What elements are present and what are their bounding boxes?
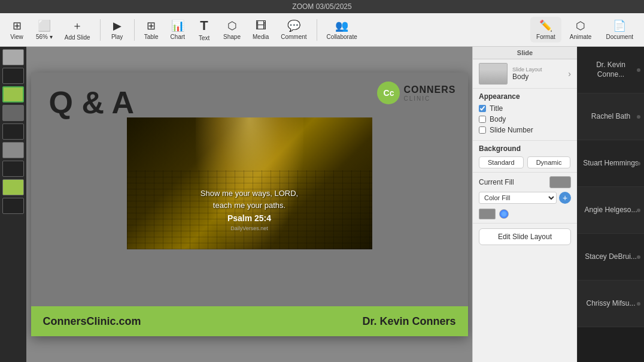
toolbar-table[interactable]: ⊞ Table bbox=[139, 17, 163, 43]
participant-item-4[interactable]: Stacey DeBrui... bbox=[578, 234, 644, 280]
layout-info: Slide Layout Body bbox=[512, 67, 563, 81]
participants-panel: Dr. Kevin Conne... Rachel Bath Stuart He… bbox=[577, 47, 644, 362]
slide-thumb-8[interactable] bbox=[2, 179, 24, 195]
format-section-header: Slide bbox=[473, 47, 577, 59]
participant-name-5: Chrissy Mifsu... bbox=[581, 299, 640, 309]
background-title: Background bbox=[479, 144, 571, 153]
toolbar: ⊞ View ⬜ 56% ▾ ＋ Add Slide ▶ Play ⊞ Tabl… bbox=[0, 13, 644, 47]
color-swatch-small[interactable] bbox=[479, 209, 496, 219]
slide-thumb-7[interactable] bbox=[2, 161, 24, 177]
window-title: ZOOM 03/05/2025 bbox=[292, 2, 351, 11]
participant-item-1[interactable]: Rachel Bath bbox=[578, 93, 644, 140]
chevron-down-icon[interactable]: › bbox=[568, 69, 571, 79]
participant-item-2[interactable]: Stuart Hemmings bbox=[578, 140, 644, 187]
participant-name-4: Stacey DeBrui... bbox=[580, 252, 642, 262]
color-fill-plus-button[interactable]: + bbox=[559, 192, 571, 204]
slide-thumb-5[interactable] bbox=[2, 123, 24, 140]
toolbar-play[interactable]: ▶ Play bbox=[105, 17, 129, 43]
dynamic-button[interactable]: Dynamic bbox=[527, 156, 571, 168]
participant-dot-0 bbox=[637, 68, 640, 72]
slide-thumb-1[interactable] bbox=[2, 49, 24, 65]
fill-swatch[interactable] bbox=[549, 176, 571, 188]
verse-source: DailyVerses.net bbox=[127, 225, 372, 231]
participant-name-0: Dr. Kevin Conne... bbox=[578, 61, 644, 79]
participant-item-0[interactable]: Dr. Kevin Conne... bbox=[578, 47, 644, 93]
slide-thumb-9[interactable] bbox=[2, 198, 24, 214]
checkbox-row-slide-number: Slide Number bbox=[479, 126, 571, 134]
toolbar-text[interactable]: T Text bbox=[192, 16, 216, 44]
background-buttons: Standard Dynamic bbox=[479, 156, 571, 168]
document-icon: 📄 bbox=[613, 19, 626, 32]
slide-image-area: Show me your ways, LORD, teach me your p… bbox=[127, 117, 372, 249]
document-tab-button[interactable]: 📄 Document bbox=[600, 17, 639, 43]
comment-icon: 💬 bbox=[287, 19, 300, 32]
verse-main: Show me your ways, LORD, teach me your p… bbox=[127, 188, 372, 211]
logo-top-text: CONNERS bbox=[403, 85, 455, 95]
participant-dot-2 bbox=[637, 162, 640, 165]
cobblestone-bg: Show me your ways, LORD, teach me your p… bbox=[127, 117, 372, 249]
title-checkbox-label: Title bbox=[490, 104, 503, 113]
slides-panel bbox=[0, 47, 26, 362]
toolbar-shape[interactable]: ⬡ Shape bbox=[218, 17, 245, 43]
title-checkbox[interactable] bbox=[479, 105, 486, 112]
zoom-icon: ⬜ bbox=[38, 19, 51, 32]
slide-number-checkbox[interactable] bbox=[479, 126, 486, 134]
slide-number-checkbox-label: Slide Number bbox=[490, 126, 533, 134]
body-checkbox[interactable] bbox=[479, 116, 486, 123]
shape-icon: ⬡ bbox=[227, 19, 237, 32]
divider-1 bbox=[100, 19, 101, 41]
slide-thumb-2[interactable] bbox=[2, 68, 24, 84]
checkbox-row-title: Title bbox=[479, 104, 571, 113]
slide-logo: Cc CONNERS CLINIC bbox=[377, 82, 455, 104]
verse-line2: teach me your paths. bbox=[213, 201, 285, 210]
color-picker-button[interactable] bbox=[499, 209, 509, 219]
participant-dot-3 bbox=[637, 209, 640, 212]
appearance-title: Appearance bbox=[479, 92, 571, 101]
fill-section: Current Fill Color Fill + bbox=[473, 173, 577, 224]
format-tab-button[interactable]: ✏️ Format bbox=[530, 17, 561, 43]
checkbox-row-body: Body bbox=[479, 115, 571, 123]
footer-left: ConnersClinic.com bbox=[43, 315, 141, 328]
slide-content: Q & A Cc CONNERS CLINIC Show bbox=[31, 73, 468, 336]
slide-thumb-6[interactable] bbox=[2, 142, 24, 158]
divider-3 bbox=[317, 19, 317, 41]
toolbar-comment[interactable]: 💬 Comment bbox=[276, 17, 311, 43]
toolbar-collaborate[interactable]: 👥 Collaborate bbox=[322, 17, 362, 43]
participant-item-5[interactable]: Chrissy Mifsu... bbox=[578, 280, 644, 327]
toolbar-zoom[interactable]: ⬜ 56% ▾ bbox=[31, 17, 57, 43]
verse-reference: Psalm 25:4 bbox=[127, 213, 372, 223]
view-icon: ⊞ bbox=[13, 19, 22, 32]
slide-title: Q & A bbox=[49, 85, 135, 120]
toolbar-chart[interactable]: 📊 Chart bbox=[166, 17, 190, 43]
slide-thumb-3[interactable] bbox=[2, 86, 24, 102]
verse-text: Show me your ways, LORD, teach me your p… bbox=[127, 188, 372, 231]
add-slide-icon: ＋ bbox=[72, 19, 83, 33]
animate-tab-button[interactable]: ⬡ Animate bbox=[564, 17, 598, 43]
table-icon: ⊞ bbox=[147, 19, 156, 32]
edit-slide-layout-button[interactable]: Edit Slide Layout bbox=[479, 228, 571, 245]
logo-initials: Cc bbox=[384, 88, 394, 98]
toolbar-add-slide[interactable]: ＋ Add Slide bbox=[60, 16, 95, 43]
main-layout: Q & A Cc CONNERS CLINIC Show bbox=[0, 47, 644, 362]
standard-button[interactable]: Standard bbox=[479, 156, 524, 168]
play-icon: ▶ bbox=[113, 19, 121, 32]
logo-bottom-text: CLINIC bbox=[403, 95, 455, 102]
divider-2 bbox=[134, 19, 135, 41]
media-icon: 🎞 bbox=[256, 20, 266, 32]
participant-item-3[interactable]: Angie Helgeso... bbox=[578, 187, 644, 234]
slide-thumb-4[interactable] bbox=[2, 105, 24, 121]
logo-circle: Cc bbox=[377, 82, 400, 104]
verse-line1: Show me your ways, LORD, bbox=[201, 189, 298, 198]
color-fill-select[interactable]: Color Fill bbox=[479, 192, 557, 204]
chart-icon: 📊 bbox=[171, 19, 184, 32]
slide-footer: ConnersClinic.com Dr. Kevin Conners bbox=[31, 306, 468, 336]
toolbar-view[interactable]: ⊞ View bbox=[5, 17, 29, 43]
layout-name: Body bbox=[512, 73, 563, 81]
text-icon: T bbox=[200, 18, 208, 34]
participant-dot-4 bbox=[637, 255, 640, 259]
color-slider-row bbox=[479, 209, 571, 219]
toolbar-media[interactable]: 🎞 Media bbox=[248, 17, 274, 43]
toolbar-right: ✏️ Format ⬡ Animate 📄 Document bbox=[530, 17, 639, 43]
format-icon: ✏️ bbox=[539, 19, 552, 32]
animate-icon: ⬡ bbox=[576, 19, 585, 32]
